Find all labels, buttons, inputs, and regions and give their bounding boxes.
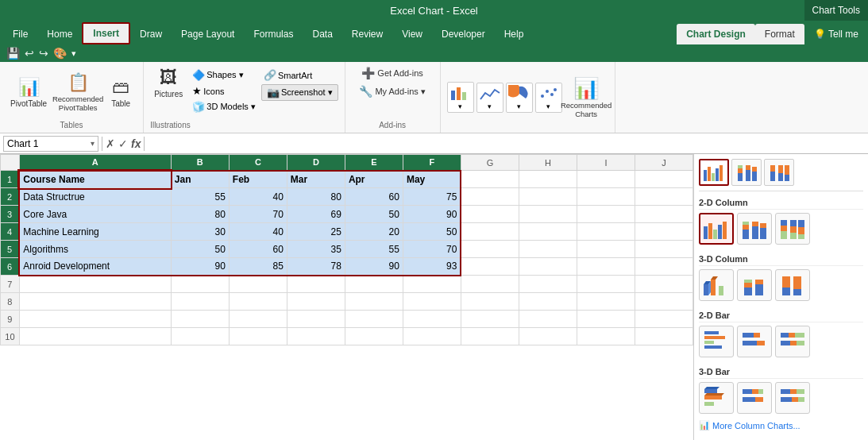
cell-F8[interactable]	[403, 293, 461, 311]
cell-G4[interactable]	[461, 223, 519, 241]
shapes-button[interactable]: 🔷 Shapes ▾	[190, 68, 258, 82]
cell-H4[interactable]	[519, 223, 577, 241]
cell-A6[interactable]: Anroid Development	[19, 258, 171, 276]
cell-E8[interactable]	[345, 293, 403, 311]
3d-bar-100-btn[interactable]	[775, 382, 810, 414]
my-addins-button[interactable]: 🔧 My Add-ins ▾	[356, 83, 428, 99]
cell-C2[interactable]: 40	[229, 188, 287, 206]
cell-C6[interactable]: 85	[229, 258, 287, 276]
cell-A7[interactable]	[19, 276, 171, 293]
cell-E5[interactable]: 55	[345, 241, 403, 258]
cell-C1[interactable]: Feb	[229, 171, 287, 188]
cell-E3[interactable]: 50	[345, 206, 403, 223]
cell-J1[interactable]	[635, 171, 692, 188]
2d-bar-100-btn[interactable]	[775, 326, 810, 357]
cell-G10[interactable]	[461, 328, 519, 345]
cell-F6[interactable]: 93	[403, 258, 461, 276]
smartart-button[interactable]: 🔗 SmartArt	[261, 68, 338, 82]
redo-button[interactable]: ↪	[39, 47, 48, 60]
save-button[interactable]: 💾	[6, 47, 20, 60]
cell-B10[interactable]	[171, 328, 229, 345]
cell-B9[interactable]	[171, 311, 229, 328]
get-addins-button[interactable]: ➕ Get Add-ins	[358, 65, 426, 81]
cell-G9[interactable]	[461, 311, 519, 328]
tab-help[interactable]: Help	[495, 24, 534, 44]
cell-I6[interactable]	[577, 258, 635, 276]
cell-B4[interactable]: 30	[171, 223, 229, 241]
3d-col-100-btn[interactable]	[775, 269, 810, 301]
tab-formulas[interactable]: Formulas	[244, 24, 303, 44]
tab-insert[interactable]: Insert	[82, 22, 130, 44]
cell-D7[interactable]	[287, 276, 345, 293]
cell-D9[interactable]	[287, 311, 345, 328]
cell-G1[interactable]	[461, 171, 519, 188]
cell-J7[interactable]	[635, 276, 692, 293]
cell-F9[interactable]	[403, 311, 461, 328]
more-column-charts-link[interactable]: 📊 More Column Charts...	[699, 420, 863, 430]
cell-G7[interactable]	[461, 276, 519, 293]
cell-F2[interactable]: 75	[403, 188, 461, 206]
icons-button[interactable]: ★ Icons	[190, 84, 258, 98]
3d-col-clustered-btn[interactable]	[699, 269, 734, 301]
cell-D6[interactable]: 78	[287, 258, 345, 276]
tab-view[interactable]: View	[392, 24, 432, 44]
clustered-col-btn[interactable]	[699, 159, 729, 186]
cell-A9[interactable]	[19, 311, 171, 328]
cell-C7[interactable]	[229, 276, 287, 293]
cell-H1[interactable]	[519, 171, 577, 188]
cell-J5[interactable]	[635, 241, 692, 258]
cell-H5[interactable]	[519, 241, 577, 258]
2d-col-stacked-btn[interactable]	[737, 213, 772, 245]
tab-developer[interactable]: Developer	[432, 24, 495, 44]
name-box[interactable]: Chart 1 ▾	[3, 136, 98, 152]
cell-F5[interactable]: 70	[403, 241, 461, 258]
cell-E9[interactable]	[345, 311, 403, 328]
cell-A1[interactable]: Course Name	[19, 171, 171, 188]
tab-format[interactable]: Format	[755, 24, 804, 44]
cell-H6[interactable]	[519, 258, 577, 276]
cell-G6[interactable]	[461, 258, 519, 276]
cell-B5[interactable]: 50	[171, 241, 229, 258]
scatter-chart-button[interactable]: ▾	[535, 83, 562, 113]
cell-J8[interactable]	[635, 293, 692, 311]
formula-input[interactable]	[148, 138, 865, 149]
cell-F3[interactable]: 90	[403, 206, 461, 223]
cell-I8[interactable]	[577, 293, 635, 311]
undo-button[interactable]: ↩	[25, 47, 34, 60]
cell-D4[interactable]: 25	[287, 223, 345, 241]
cell-H8[interactable]	[519, 293, 577, 311]
cell-F7[interactable]	[403, 276, 461, 293]
cell-A5[interactable]: Algorithms	[19, 241, 171, 258]
cell-C5[interactable]: 60	[229, 241, 287, 258]
cell-H2[interactable]	[519, 188, 577, 206]
2d-col-100-btn[interactable]	[775, 213, 810, 245]
100-stacked-col-btn[interactable]	[764, 159, 794, 186]
tab-review[interactable]: Review	[342, 24, 392, 44]
cell-G8[interactable]	[461, 293, 519, 311]
confirm-formula-button[interactable]: ✓	[118, 137, 128, 150]
screenshot-button[interactable]: 📷 Screenshot ▾	[261, 84, 338, 101]
3d-bar-stacked-btn[interactable]	[737, 382, 772, 414]
tab-chart-design[interactable]: Chart Design	[677, 24, 755, 44]
cell-C9[interactable]	[229, 311, 287, 328]
tab-draw[interactable]: Draw	[130, 24, 172, 44]
cell-H9[interactable]	[519, 311, 577, 328]
cell-E6[interactable]: 90	[345, 258, 403, 276]
function-button[interactable]: fx	[131, 137, 141, 150]
cell-I1[interactable]	[577, 171, 635, 188]
cell-B7[interactable]	[171, 276, 229, 293]
cell-C10[interactable]	[229, 328, 287, 345]
cell-B3[interactable]: 80	[171, 206, 229, 223]
line-chart-button[interactable]: ▾	[476, 83, 503, 113]
cell-J10[interactable]	[635, 328, 692, 345]
cell-H7[interactable]	[519, 276, 577, 293]
cell-J9[interactable]	[635, 311, 692, 328]
cell-A4[interactable]: Machine Learning	[19, 223, 171, 241]
cell-A3[interactable]: Core Java	[19, 206, 171, 223]
table-button[interactable]: 🗃 Table	[105, 75, 137, 110]
cell-I2[interactable]	[577, 188, 635, 206]
cell-F1[interactable]: May	[403, 171, 461, 188]
stacked-col-btn[interactable]	[731, 159, 762, 186]
2d-bar-stacked-btn[interactable]	[737, 326, 772, 357]
cell-I3[interactable]	[577, 206, 635, 223]
